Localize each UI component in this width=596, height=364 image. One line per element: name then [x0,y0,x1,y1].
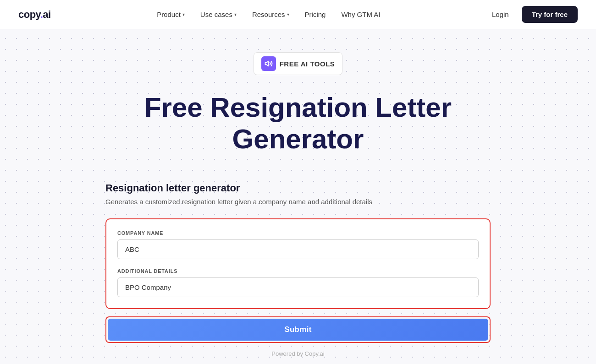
form-section-description: Generates a customized resignation lette… [105,198,491,206]
login-button[interactable]: Login [486,7,514,22]
powered-by: Powered by Copy.ai [105,350,491,357]
logo[interactable]: copy.ai [18,9,51,21]
nav-item-product[interactable]: Product ▾ [150,7,191,22]
nav-item-why-gtm-label: Why GTM AI [341,11,380,18]
company-name-label: COMPANY NAME [117,230,479,236]
logo-dot: . [40,9,43,20]
submit-button[interactable]: Submit [108,319,488,341]
nav-item-usecases[interactable]: Use cases ▾ [194,7,243,22]
navbar-actions: Login Try for free [486,6,578,23]
form-section: Resignation letter generator Generates a… [105,182,491,357]
try-for-free-button[interactable]: Try for free [522,6,578,23]
nav-item-product-label: Product [157,11,181,18]
nav-item-pricing-label: Pricing [305,11,326,18]
hero-heading-line1: Free Resignation Letter [144,92,452,123]
submit-button-wrapper: Submit [105,316,491,343]
nav-item-resources-label: Resources [252,11,285,18]
nav-item-pricing[interactable]: Pricing [298,7,332,22]
additional-details-input[interactable] [117,277,479,297]
nav-item-resources[interactable]: Resources ▾ [246,7,296,22]
svg-marker-0 [265,61,268,66]
additional-details-label: ADDITIONAL DETAILS [117,268,479,274]
main-content: FREE AI TOOLS Free Resignation Letter Ge… [0,29,596,364]
nav-menu: Product ▾ Use cases ▾ Resources ▾ Pricin… [51,7,486,22]
chevron-down-icon: ▾ [182,12,185,17]
form-card: COMPANY NAME ADDITIONAL DETAILS [105,218,491,309]
megaphone-icon [261,56,276,71]
badge-label: FREE AI TOOLS [280,60,335,68]
hero-heading-line2: Generator [232,124,364,154]
company-name-input[interactable] [117,239,479,259]
free-ai-tools-badge[interactable]: FREE AI TOOLS [254,52,343,75]
chevron-down-icon: ▾ [287,12,289,17]
form-section-title: Resignation letter generator [105,182,491,194]
hero-heading: Free Resignation Letter Generator [144,92,452,155]
nav-item-why-gtm[interactable]: Why GTM AI [335,7,386,22]
nav-item-usecases-label: Use cases [200,11,232,18]
navbar: copy.ai Product ▾ Use cases ▾ Resources … [0,0,596,29]
chevron-down-icon: ▾ [234,12,237,17]
